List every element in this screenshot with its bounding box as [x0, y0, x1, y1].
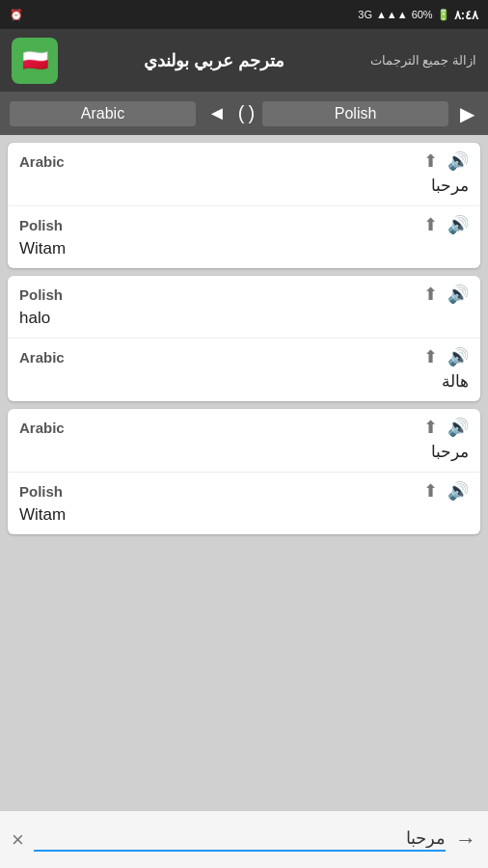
- card3-bottom-section: Polish ⬆ 🔊 Witam: [8, 473, 480, 534]
- input-underline: [34, 850, 446, 852]
- translation-card-1: Arabic ⬆ 🔊 مرحبا Polish ⬆ 🔊 Witam: [8, 143, 480, 268]
- card1-top-actions: ⬆ 🔊: [423, 150, 469, 172]
- card1-top-share-icon[interactable]: ⬆: [423, 150, 438, 172]
- card1-top-audio-icon[interactable]: 🔊: [447, 150, 469, 172]
- card2-bottom-audio-icon[interactable]: 🔊: [447, 346, 469, 367]
- right-arrow-icon[interactable]: ▶: [456, 102, 478, 125]
- card1-bottom-audio-icon[interactable]: 🔊: [447, 214, 469, 235]
- card2-top-share-icon[interactable]: ⬆: [423, 284, 438, 305]
- card2-top-section: Polish ⬆ 🔊 halo: [8, 276, 480, 339]
- card3-top-section: Arabic ⬆ 🔊 مرحبا: [8, 409, 480, 473]
- alarm-icon: ⏰: [10, 9, 23, 21]
- card2-top-audio-icon[interactable]: 🔊: [447, 284, 469, 305]
- status-bar: ⏰ 3G ▲▲▲ 60% 🔋 ٨:٤٨: [0, 0, 488, 29]
- send-button[interactable]: →: [455, 827, 476, 853]
- card2-bottom-text: هالة: [19, 371, 469, 392]
- card3-bottom-audio-icon[interactable]: 🔊: [447, 480, 469, 502]
- target-language-button[interactable]: Polish: [262, 101, 448, 126]
- card2-top-lang: Polish: [19, 286, 63, 303]
- app-logo: 🇵🇱: [12, 38, 58, 84]
- card3-bottom-actions: ⬆ 🔊: [423, 480, 469, 502]
- card3-bottom-header: Polish ⬆ 🔊: [19, 480, 469, 502]
- card1-bottom-lang: Polish: [19, 217, 63, 233]
- card1-bottom-section: Polish ⬆ 🔊 Witam: [8, 206, 480, 268]
- card2-bottom-lang: Arabic: [19, 349, 65, 366]
- card2-bottom-share-icon[interactable]: ⬆: [423, 346, 438, 367]
- bracket-open[interactable]: (: [238, 102, 245, 124]
- translation-input[interactable]: [34, 827, 446, 848]
- card3-top-header: Arabic ⬆ 🔊: [19, 417, 469, 438]
- status-bar-left: ⏰: [10, 9, 23, 21]
- clear-all-button[interactable]: ازالة جميع الترجمات: [370, 53, 476, 68]
- signal-icon: ▲▲▲: [376, 9, 408, 20]
- card3-top-lang: Arabic: [19, 420, 65, 436]
- bracket-close[interactable]: ): [248, 102, 255, 124]
- card1-bottom-header: Polish ⬆ 🔊: [19, 214, 469, 235]
- swap-brackets[interactable]: ( ): [238, 102, 255, 124]
- language-bar: Arabic ◄ ( ) Polish ▶: [0, 92, 488, 135]
- card3-top-actions: ⬆ 🔊: [423, 417, 469, 438]
- card2-bottom-section: Arabic ⬆ 🔊 هالة: [8, 339, 480, 401]
- left-arrow-icon[interactable]: ◄: [203, 102, 230, 124]
- card3-top-share-icon[interactable]: ⬆: [423, 417, 438, 438]
- card3-bottom-lang: Polish: [19, 483, 63, 500]
- content-area: ت Arabic ⬆ 🔊 مرحبا Polish ⬆ 🔊 Witam: [0, 135, 488, 810]
- card2-bottom-actions: ⬆ 🔊: [423, 346, 469, 367]
- card2-top-header: Polish ⬆ 🔊: [19, 284, 469, 305]
- battery-full-icon: 🔋: [437, 9, 450, 21]
- source-language-button[interactable]: Arabic: [10, 101, 196, 126]
- battery-icon: 60%: [412, 9, 433, 20]
- card2-bottom-header: Arabic ⬆ 🔊: [19, 346, 469, 367]
- card1-top-header: Arabic ⬆ 🔊: [19, 150, 469, 172]
- flag-icon: 🇵🇱: [22, 48, 48, 73]
- card3-bottom-share-icon[interactable]: ⬆: [423, 480, 438, 502]
- translation-card-2: Polish ⬆ 🔊 halo Arabic ⬆ 🔊 هالة: [8, 276, 480, 401]
- translation-card-3: Arabic ⬆ 🔊 مرحبا Polish ⬆ 🔊 Witam: [8, 409, 480, 534]
- 3g-icon: 3G: [358, 9, 372, 20]
- clear-input-button[interactable]: ×: [12, 827, 24, 853]
- card2-top-actions: ⬆ 🔊: [423, 284, 469, 305]
- card1-top-section: Arabic ⬆ 🔊 مرحبا: [8, 143, 480, 206]
- status-icons: 3G ▲▲▲ 60% 🔋 ٨:٤٨: [358, 8, 478, 22]
- card1-top-lang: Arabic: [19, 153, 65, 170]
- card3-top-text: مرحبا: [19, 442, 469, 462]
- status-time: ٨:٤٨: [454, 8, 478, 22]
- app-title: مترجم عربي بولندي: [66, 50, 363, 71]
- card2-top-text: halo: [19, 309, 469, 328]
- app-header: 🇵🇱 مترجم عربي بولندي ازالة جميع الترجمات: [0, 29, 488, 92]
- card1-top-text: مرحبا: [19, 176, 469, 196]
- bottom-input-bar: × →: [0, 810, 488, 868]
- card3-top-audio-icon[interactable]: 🔊: [447, 417, 469, 438]
- input-wrap: [34, 827, 446, 852]
- card1-bottom-actions: ⬆ 🔊: [423, 214, 469, 235]
- card3-bottom-text: Witam: [19, 505, 469, 525]
- card1-bottom-text: Witam: [19, 239, 469, 258]
- card1-bottom-share-icon[interactable]: ⬆: [423, 214, 438, 235]
